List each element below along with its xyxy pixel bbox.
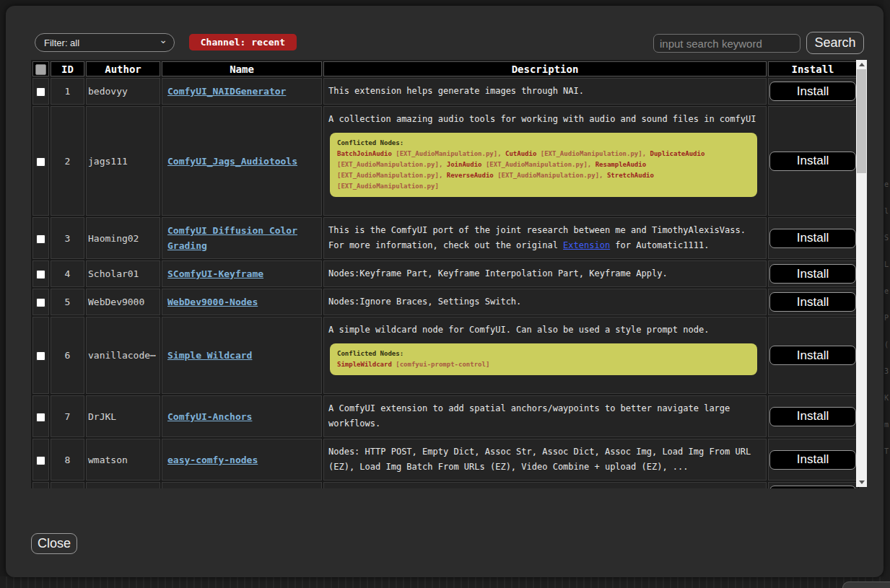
- extension-name-link[interactable]: ComfyUI_Jags_Audiotools: [167, 156, 297, 167]
- conflicted-nodes-title: Conflicted Nodes:: [337, 348, 750, 359]
- description-text: A simple wildcard node for ComfyUI. Can …: [328, 322, 762, 338]
- scroll-down-icon[interactable]: [856, 478, 867, 487]
- extension-row: 2 jags111 ComfyUI_Jags_Audiotools A coll…: [32, 106, 858, 216]
- extension-description: Nodes:Ignore Braces, Settings Switch.: [323, 289, 767, 315]
- install-button[interactable]: Install: [769, 486, 856, 488]
- extension-author: Haoming02: [86, 217, 160, 259]
- extension-id: 3: [51, 217, 84, 259]
- channel-badge-label: Channel: recent: [201, 37, 285, 48]
- background-canvas-strip: [0, 576, 884, 588]
- extension-author: DrJKL: [86, 395, 160, 437]
- extension-row: 6 vanillacode⋯ Simple Wildcard A simple …: [32, 317, 858, 394]
- install-button[interactable]: Install: [769, 292, 856, 312]
- extension-id: 5: [51, 289, 84, 315]
- table-scrollbar[interactable]: [856, 60, 867, 487]
- description-link[interactable]: Extension: [563, 240, 610, 250]
- description-text: Nodes:Keyframe Part, Keyframe Interpolat…: [328, 266, 762, 281]
- extension-author: vanillacode⋯: [86, 317, 160, 394]
- table-header-row: ID Author Name Description Install: [32, 61, 858, 76]
- extension-name-link[interactable]: SComfyUI-Keyframe: [167, 268, 263, 279]
- menu-fragment-glyph: l: [884, 207, 889, 215]
- extension-description: Nodes:Keyframe Part, Keyframe Interpolat…: [323, 260, 767, 287]
- install-button[interactable]: Install: [769, 407, 856, 426]
- comfyui-manager-screen: elSLeP(3KmT Filter: all ⌄ Channel: recen…: [0, 0, 890, 588]
- header-install: Install: [768, 61, 858, 76]
- extension-author: bedovyy: [86, 78, 160, 105]
- background-partial-button: [842, 582, 890, 588]
- extension-id: 7: [51, 395, 84, 437]
- description-text: Nodes: ComfyUI Mexx Styler, ComfyUI Mexx…: [328, 488, 762, 488]
- row-checkbox[interactable]: [36, 298, 45, 307]
- install-button[interactable]: Install: [769, 82, 856, 101]
- menu-fragment-glyph: (: [884, 341, 889, 348]
- extension-author: Scholar01: [86, 260, 160, 287]
- header-name: Name: [162, 61, 322, 76]
- menu-fragment-glyph: K: [884, 394, 889, 402]
- description-text: Nodes: HTTP POST, Empty Dict, Assoc Str,…: [328, 444, 762, 475]
- description-text: Nodes:Ignore Braces, Settings Switch.: [328, 294, 762, 310]
- extension-description: A ComfyUI extension to add spatial ancho…: [323, 395, 767, 437]
- conflicted-nodes-list: SimpleWildcard [comfyui-prompt-control]: [337, 361, 489, 368]
- install-button[interactable]: Install: [769, 264, 856, 284]
- scroll-up-icon[interactable]: [856, 60, 867, 69]
- header-id: ID: [51, 61, 84, 76]
- extension-name-link[interactable]: easy-comfy-nodes: [167, 455, 258, 465]
- extension-table: ID Author Name Description Install 1 bed…: [31, 60, 859, 488]
- extension-id: 4: [51, 260, 84, 287]
- scrollbar-thumb[interactable]: [857, 69, 866, 173]
- filter-select-wrap: Filter: all ⌄: [35, 33, 175, 52]
- install-button[interactable]: Install: [769, 346, 856, 365]
- search-input[interactable]: [653, 34, 800, 53]
- row-checkbox[interactable]: [36, 456, 45, 465]
- conflicted-nodes-list: BatchJoinAudio [EXT_AudioManipulation.py…: [337, 150, 704, 190]
- extension-name-link[interactable]: Simple Wildcard: [167, 350, 252, 361]
- extension-row: 4 Scholar01 SComfyUI-Keyframe Nodes:Keyf…: [32, 260, 858, 287]
- select-all-checkbox[interactable]: [35, 64, 46, 75]
- extension-id: 8: [51, 439, 84, 481]
- extension-description: Nodes: ComfyUI Mexx Styler, ComfyUI Mexx…: [323, 482, 767, 488]
- menu-fragment-glyph: P: [884, 314, 889, 322]
- filter-select[interactable]: Filter: all: [35, 33, 175, 52]
- conflicted-nodes-title: Conflicted Nodes:: [337, 138, 750, 149]
- extension-name-link[interactable]: ComfyUI_NAIDGenerator: [167, 86, 286, 97]
- close-button[interactable]: Close: [31, 533, 77, 554]
- menu-fragment-glyph: e: [884, 287, 889, 295]
- extension-row: 5 WebDev9000 WebDev9000-Nodes Nodes:Igno…: [32, 289, 858, 315]
- extension-row: 3 Haoming02 ComfyUI Diffusion Color Grad…: [32, 217, 858, 259]
- extension-row: 8 wmatson easy-comfy-nodes Nodes: HTTP P…: [32, 439, 858, 481]
- header-description: Description: [323, 61, 767, 76]
- channel-badge: Channel: recent: [189, 34, 297, 51]
- install-button[interactable]: Install: [769, 152, 856, 171]
- row-checkbox[interactable]: [36, 351, 45, 361]
- extension-description: Nodes: HTTP POST, Empty Dict, Assoc Str,…: [323, 439, 767, 481]
- menu-fragment-glyph: L: [884, 260, 889, 268]
- row-checkbox[interactable]: [36, 270, 45, 279]
- extension-id: 2: [51, 106, 84, 216]
- row-checkbox[interactable]: [36, 157, 45, 167]
- extension-row: 7 DrJKL ComfyUI-Anchors A ComfyUI extens…: [32, 395, 858, 437]
- extension-name-link[interactable]: WebDev9000-Nodes: [167, 297, 258, 307]
- extension-table-body: 1 bedovyy ComfyUI_NAIDGenerator This ext…: [32, 78, 858, 488]
- row-checkbox[interactable]: [36, 234, 45, 244]
- extension-description: A collection amazing audio tools for wor…: [323, 106, 767, 216]
- extension-author: jags111: [86, 106, 160, 216]
- install-button[interactable]: Install: [769, 450, 856, 470]
- install-button[interactable]: Install: [769, 229, 856, 248]
- menu-fragment-glyph: S: [884, 234, 889, 242]
- extension-author: WebDev9000: [86, 289, 160, 315]
- background-menu-strip: elSLeP(3KmT: [884, 0, 890, 588]
- conflicted-nodes-box: Conflicted Nodes: BatchJoinAudio [EXT_Au…: [330, 133, 757, 197]
- extension-name-link[interactable]: ComfyUI Diffusion Color Grading: [167, 225, 297, 251]
- description-text: A collection amazing audio tools for wor…: [328, 112, 762, 127]
- search-button[interactable]: Search: [806, 32, 864, 54]
- description-text: This is the ComfyUI port of the joint re…: [328, 223, 762, 253]
- extension-id: 1: [51, 78, 84, 105]
- row-checkbox[interactable]: [36, 413, 45, 422]
- extension-description: A simple wildcard node for ComfyUI. Can …: [323, 317, 767, 394]
- menu-fragment-glyph: T: [884, 447, 889, 455]
- menu-fragment-glyph: 3: [884, 367, 889, 375]
- header-author: Author: [86, 61, 160, 76]
- extension-id: 9: [51, 482, 84, 488]
- extension-name-link[interactable]: ComfyUI-Anchors: [167, 411, 252, 422]
- row-checkbox[interactable]: [36, 87, 45, 97]
